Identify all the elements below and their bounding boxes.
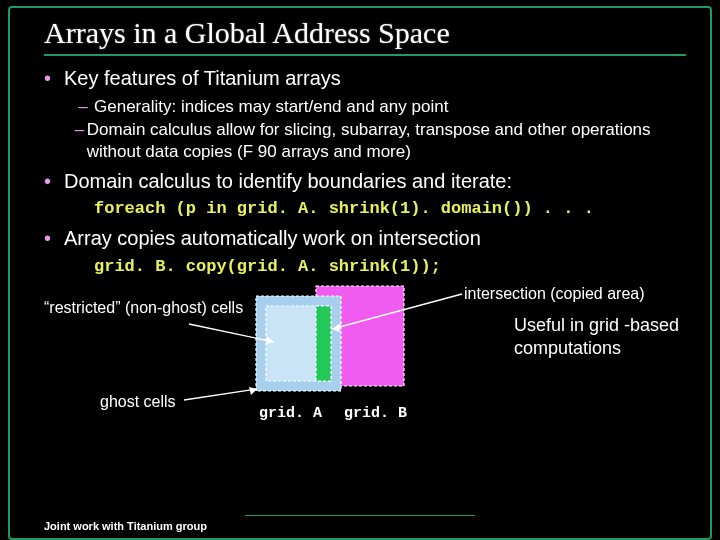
bullet-level2: – Generality: indices may start/end and … xyxy=(72,96,686,118)
slide-inner: Arrays in a Global Address Space • Key f… xyxy=(8,6,712,540)
bullet-text: Domain calculus to identify boundaries a… xyxy=(64,169,512,195)
title-wrap: Arrays in a Global Address Space xyxy=(44,16,686,56)
bullet-dot-icon: • xyxy=(44,226,64,252)
bullet-level1: • Array copies automatically work on int… xyxy=(44,226,686,252)
label-restricted-cells: “restricted” (non-ghost) cells xyxy=(44,298,244,318)
label-ghost-cells: ghost cells xyxy=(100,392,176,412)
bullet-level2: – Domain calculus allow for slicing, sub… xyxy=(72,119,686,163)
label-intersection: intersection (copied area) xyxy=(464,284,645,304)
bullet-level1: • Key features of Titanium arrays xyxy=(44,66,686,92)
code-line: foreach (p in grid. A. shrink(1). domain… xyxy=(94,198,686,220)
svg-line-6 xyxy=(184,389,257,400)
bullet-text: Generality: indices may start/end and an… xyxy=(94,96,448,118)
bullet-level1: • Domain calculus to identify boundaries… xyxy=(44,169,686,195)
bullet-dot-icon: • xyxy=(44,169,64,195)
bullet-dash-icon: – xyxy=(72,96,94,118)
grid-diagram-svg xyxy=(251,284,411,410)
slide-content: • Key features of Titanium arrays – Gene… xyxy=(44,66,686,454)
svg-rect-3 xyxy=(316,306,331,381)
bullet-dot-icon: • xyxy=(44,66,64,92)
slide-title: Arrays in a Global Address Space xyxy=(44,16,686,50)
diagram: “restricted” (non-ghost) cells ghost cel… xyxy=(44,284,686,454)
slide: Arrays in a Global Address Space • Key f… xyxy=(0,0,720,540)
grid-diagram-icon xyxy=(251,284,411,404)
code-line: grid. B. copy(grid. A. shrink(1)); xyxy=(94,256,686,278)
footer-divider xyxy=(245,515,475,516)
bullet-text: Key features of Titanium arrays xyxy=(64,66,341,92)
bullet-text: Domain calculus allow for slicing, subar… xyxy=(87,119,686,163)
bullet-dash-icon: – xyxy=(72,119,87,163)
label-useful: Useful in grid -based computations xyxy=(514,314,684,360)
bullet-text: Array copies automatically work on inter… xyxy=(64,226,481,252)
footer-text: Joint work with Titanium group xyxy=(44,520,207,532)
